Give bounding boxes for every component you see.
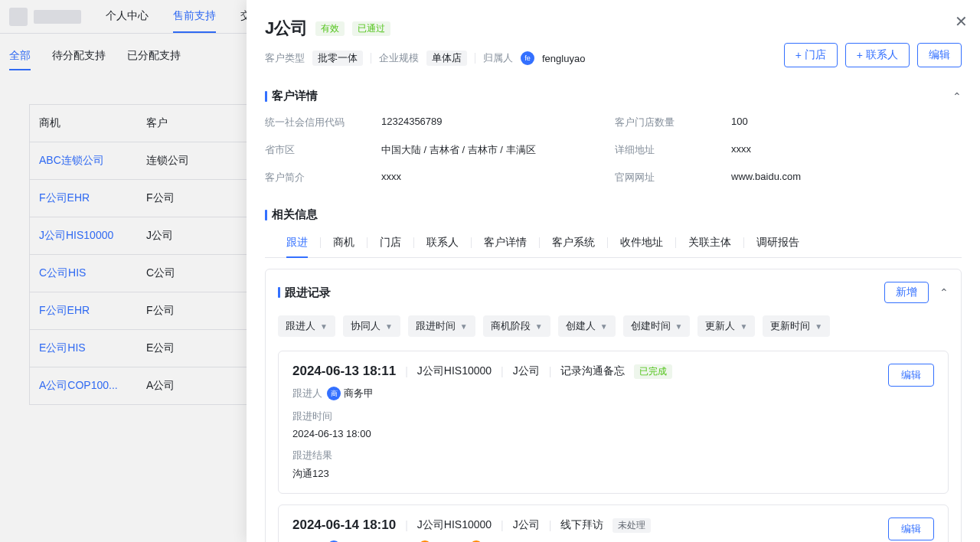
header-actions: +门店 +联系人 编辑 <box>784 43 962 67</box>
info-tab[interactable]: 客户详情 <box>484 228 527 257</box>
tab-separator <box>743 237 744 248</box>
detail-label: 客户门店数量 <box>615 116 728 129</box>
info-tab[interactable]: 门店 <box>380 228 401 257</box>
section-title-details: 客户详情 <box>265 89 318 103</box>
tab-separator <box>367 237 368 248</box>
filter-dropdown[interactable]: 更新人▼ <box>697 315 755 337</box>
meta-custtype-label: 客户类型 <box>265 51 305 65</box>
detail-label: 省市区 <box>265 143 378 157</box>
filter-dropdown[interactable]: 跟进人▼ <box>278 315 335 337</box>
followup-record: 2024-06-14 18:10 | J公司HIS10000 | J公司 | 线… <box>278 504 949 542</box>
info-tab[interactable]: 调研报告 <box>756 228 799 257</box>
record-opportunity: J公司HIS10000 <box>417 364 492 378</box>
info-tab[interactable]: 关联主体 <box>688 228 731 257</box>
cell-customer: E公司 <box>137 330 244 367</box>
record-timestamp: 2024-06-13 18:11 <box>292 364 396 379</box>
info-tab[interactable]: 跟进 <box>286 228 308 257</box>
sub-tab-all[interactable]: 全部 <box>9 49 31 70</box>
chevron-up-icon[interactable]: ⌃ <box>939 286 949 299</box>
sub-tab-assigned[interactable]: 已分配支持 <box>127 49 181 70</box>
meta-owner-label: 归属人 <box>483 51 513 65</box>
customer-details-section: 客户详情 ⌃ 统一社会信用代码 12324356789 客户门店数量 100 省… <box>247 89 980 198</box>
detail-label: 客户简介 <box>265 171 378 184</box>
followtime-value: 2024-06-13 18:00 <box>292 428 934 439</box>
result-value: 沟通123 <box>292 467 934 481</box>
filter-dropdown[interactable]: 更新时间▼ <box>763 315 830 337</box>
info-tab[interactable]: 收件地址 <box>620 228 663 257</box>
col-customer: 客户 <box>137 105 244 142</box>
edit-button[interactable]: 编辑 <box>917 43 962 67</box>
record-subject: 记录沟通备忘 <box>560 364 625 378</box>
cell-opportunity[interactable]: ABC连锁公司 <box>30 142 137 179</box>
detail-value: 中国大陆 / 吉林省 / 吉林市 / 丰满区 <box>381 143 612 157</box>
add-store-button[interactable]: +门店 <box>784 43 838 67</box>
record-subject: 线下拜访 <box>560 518 603 532</box>
related-info-section: 相关信息 跟进商机门店联系人客户详情客户系统收件地址关联主体调研报告 <box>247 207 980 258</box>
chevron-down-icon: ▼ <box>815 322 822 331</box>
follower-label: 跟进人 <box>292 387 322 400</box>
tab-separator <box>539 237 540 248</box>
drawer-header: J公司 有效 已通过 客户类型 批零一体 企业规模 单体店 归属人 fe fen… <box>247 0 980 80</box>
cell-opportunity[interactable]: F公司EHR <box>30 180 137 217</box>
record-status-badge: 已完成 <box>634 364 672 379</box>
customer-title: J公司 <box>265 17 308 40</box>
info-tab[interactable]: 商机 <box>333 228 354 257</box>
owner-avatar: fe <box>521 51 534 65</box>
result-label: 跟进结果 <box>292 449 934 462</box>
chevron-up-icon[interactable]: ⌃ <box>952 90 962 103</box>
chevron-down-icon: ▼ <box>385 322 393 331</box>
divider <box>371 53 371 64</box>
filter-dropdown[interactable]: 创建时间▼ <box>623 315 691 337</box>
sub-tab-unassigned[interactable]: 待分配支持 <box>52 49 106 70</box>
record-customer: J公司 <box>513 518 540 532</box>
detail-value: 100 <box>731 116 962 129</box>
plus-icon: + <box>857 49 863 61</box>
col-opportunity: 商机 <box>30 105 137 142</box>
cell-customer: C公司 <box>137 255 244 292</box>
add-contact-button[interactable]: +联系人 <box>845 43 910 67</box>
avatar: 商 <box>327 387 341 400</box>
status-badge-valid: 有效 <box>315 21 345 36</box>
chevron-down-icon: ▼ <box>320 322 328 331</box>
status-badge-approved: 已通过 <box>352 21 390 36</box>
meta-scale-label: 企业规模 <box>379 51 419 65</box>
filter-dropdown[interactable]: 跟进时间▼ <box>408 315 475 337</box>
filter-dropdown[interactable]: 创建人▼ <box>558 315 616 337</box>
person-chip: 商商务甲 <box>327 387 374 400</box>
filter-dropdown[interactable]: 协同人▼ <box>343 315 400 337</box>
meta-scale-value: 单体店 <box>426 51 467 66</box>
cell-opportunity[interactable]: E公司HIS <box>30 330 137 367</box>
chevron-down-icon: ▼ <box>740 322 747 331</box>
detail-label: 详细地址 <box>615 143 728 157</box>
cell-opportunity[interactable]: C公司HIS <box>30 255 137 292</box>
edit-record-button[interactable]: 编辑 <box>888 364 934 387</box>
record-timestamp: 2024-06-14 18:10 <box>292 518 396 533</box>
detail-value: xxxx <box>381 171 612 184</box>
detail-label: 统一社会信用代码 <box>265 116 378 129</box>
chevron-down-icon: ▼ <box>675 322 683 331</box>
divider <box>475 53 475 64</box>
cell-opportunity[interactable]: F公司EHR <box>30 292 137 329</box>
tab-separator <box>320 237 321 248</box>
cell-opportunity[interactable]: A公司COP100... <box>30 367 137 404</box>
top-tab-personal[interactable]: 个人中心 <box>106 0 149 33</box>
record-status-badge: 未处理 <box>612 518 651 533</box>
top-tab-presales[interactable]: 售前支持 <box>173 0 216 33</box>
edit-record-button[interactable]: 编辑 <box>888 518 934 540</box>
tab-separator <box>607 237 608 248</box>
close-icon[interactable]: ✕ <box>955 12 968 31</box>
brand-placeholder <box>34 10 81 24</box>
section-title-related: 相关信息 <box>265 207 318 222</box>
filter-dropdown[interactable]: 商机阶段▼ <box>483 315 550 337</box>
info-tab[interactable]: 联系人 <box>426 228 459 257</box>
cell-customer: F公司 <box>137 292 244 329</box>
logo-placeholder <box>9 8 28 26</box>
new-followup-button[interactable]: 新增 <box>884 282 929 303</box>
cell-customer: 连锁公司 <box>137 142 244 179</box>
related-info-tabs: 跟进商机门店联系人客户详情客户系统收件地址关联主体调研报告 <box>265 228 962 258</box>
tab-separator <box>471 237 472 248</box>
info-tab[interactable]: 客户系统 <box>552 228 595 257</box>
cell-opportunity[interactable]: J公司HIS10000 <box>30 217 137 254</box>
customer-drawer: ✕ J公司 有效 已通过 客户类型 批零一体 企业规模 单体店 归属人 fe f… <box>247 0 980 542</box>
cell-customer: A公司 <box>137 367 244 404</box>
